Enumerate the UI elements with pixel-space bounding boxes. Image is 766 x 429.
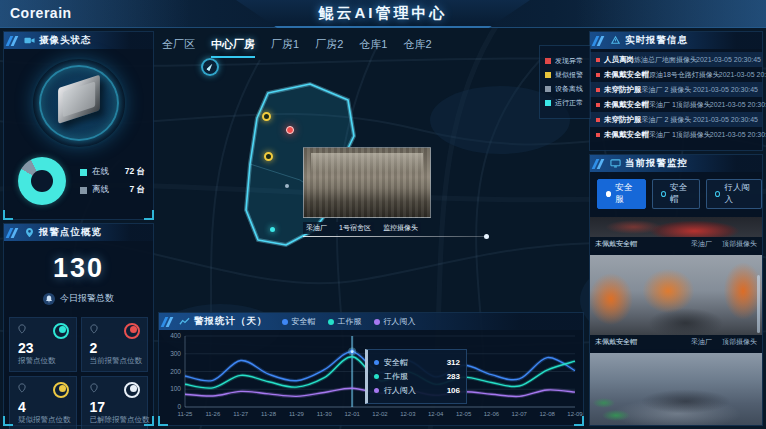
svg-text:11-26: 11-26 (205, 411, 221, 417)
svg-text:11-25: 11-25 (178, 411, 194, 417)
stat-tile-suspected-alarms: 4 疑似报警点位数 (9, 376, 77, 429)
series-dot (374, 319, 380, 325)
filter-intrusion-button[interactable]: 行人闯入 (706, 179, 762, 209)
camera-feed-image (303, 147, 431, 218)
map-marker-suspected[interactable] (262, 112, 271, 121)
alarm-row[interactable]: 未穿防护服 采油厂 2 摄像头 2021-03-05 20:30:45 (590, 82, 762, 97)
svg-text:12-06: 12-06 (484, 411, 500, 417)
offline-color-swatch (80, 187, 87, 194)
panel-title: 实时报警信息 (625, 34, 688, 47)
alert-dot-icon (596, 133, 600, 137)
svg-text:11-29: 11-29 (289, 411, 305, 417)
pin-icon (89, 383, 99, 393)
map-tabs: 全厂区 中心厂房 厂房1 厂房2 仓库1 仓库2 (162, 37, 432, 58)
alert-list-icon (610, 35, 621, 46)
svg-text:100: 100 (170, 385, 181, 392)
camera-card[interactable]: 未佩戴安全帽 采油厂 顶部摄像头 (590, 255, 762, 349)
popup-site: 采油厂 (303, 222, 330, 234)
panel-title-decoration (163, 317, 173, 327)
compass-icon[interactable] (201, 58, 219, 76)
tooltip-dot (374, 360, 379, 365)
alarm-stat-tiles: 23 报警点位数 2 当前报警点位数 4 疑似报警点位数 17 已解除报警点位数 (9, 317, 148, 429)
filter-helmet-button[interactable]: 安全帽 (652, 179, 701, 209)
alarm-row[interactable]: 未佩戴安全帽 采油厂 1 顶部摄像头 2021-03-05 20:30:45 (590, 127, 762, 142)
scrollbar[interactable] (757, 275, 760, 333)
panel-title: 报警点位概览 (39, 226, 102, 239)
realtime-alarms-panel: 实时报警信息 人员离岗 炼油总厂 地面摄像头 2021-03-05 20:30:… (589, 31, 763, 151)
legend-item-normal: 运行正常 (545, 98, 585, 108)
tooltip-dot (374, 388, 379, 393)
alarm-row[interactable]: 未佩戴安全帽 采油厂 1 顶部摄像头 2021-03-05 20:30:45 (590, 97, 762, 112)
panel-title: 警报统计（天） (194, 315, 268, 328)
map-marker-offline[interactable] (285, 184, 289, 188)
svg-text:12-01: 12-01 (344, 411, 360, 417)
legend-swatch-red (545, 58, 551, 64)
alarm-overview-panel: 报警点位概览 130 今日报警总数 23 报警点位数 2 当前报警点位数 (3, 223, 154, 426)
camera-card[interactable]: 未佩戴安全帽 采油厂 顶部摄像头 (590, 353, 762, 426)
svg-text:300: 300 (170, 350, 181, 357)
pin-icon (17, 324, 27, 334)
tab-warehouse-2[interactable]: 仓库2 (403, 37, 431, 58)
series-dot (328, 319, 334, 325)
bell-icon (43, 293, 55, 305)
svg-text:12-03: 12-03 (400, 411, 416, 417)
svg-text:400: 400 (170, 332, 181, 339)
chart-tooltip: 安全帽 312 工作服 283 行人闯入 106 (365, 349, 467, 404)
map-marker-alarm[interactable] (286, 126, 294, 134)
card-alarm-type: 未佩戴安全帽 (595, 239, 637, 249)
alarm-row[interactable]: 未佩戴安全帽 原油18号仓 路灯摄像头 2021-03-05 20:30:45 (590, 67, 762, 82)
filter-safety-suit-button[interactable]: 安全服 (597, 179, 646, 209)
camera-card[interactable]: 未佩戴安全帽 采油厂 顶部摄像头 (590, 217, 762, 251)
legend-helmet: 安全帽 (282, 316, 316, 327)
tab-central-workshop[interactable]: 中心厂房 (211, 37, 255, 58)
stat-ring-icon (124, 323, 140, 339)
alarm-row[interactable]: 人员离岗 炼油总厂 地面摄像头 2021-03-05 20:30:45 (590, 52, 762, 67)
alarm-list: 人员离岗 炼油总厂 地面摄像头 2021-03-05 20:30:45 未佩戴安… (590, 52, 762, 142)
map-camera-popup[interactable]: 采油厂 1号宿舍区 监控摄像头 (303, 147, 431, 234)
stat-tile-current-alarms: 2 当前报警点位数 (81, 317, 149, 372)
panel-title-decoration (594, 36, 604, 46)
dashboard-root: Corerain 鲲云AI管理中心 摄像头状态 在线 72 (0, 0, 766, 429)
chip-visual (4, 49, 153, 153)
map-pin-icon (24, 227, 35, 238)
tab-workshop-1[interactable]: 厂房1 (271, 37, 299, 58)
camera-feed-image (590, 353, 763, 426)
map-marker-suspected[interactable] (264, 152, 273, 161)
filter-dot-icon (606, 191, 611, 197)
card-site: 采油厂 (691, 239, 712, 249)
svg-text:0: 0 (177, 403, 181, 410)
tooltip-dot (374, 374, 379, 379)
chart-title-bar: 警报统计（天） 安全帽 工作服 行人闯入 (159, 313, 583, 330)
tab-warehouse-1[interactable]: 仓库1 (359, 37, 387, 58)
stat-ring-icon (53, 382, 69, 398)
svg-text:12-04: 12-04 (428, 411, 444, 417)
today-alarm-total-label: 今日报警总数 (4, 292, 153, 305)
stat-ring-icon (124, 382, 140, 398)
map-legend: 发现异常 疑似报警 设备离线 运行正常 (539, 45, 591, 119)
camera-cards: 未佩戴安全帽 采油厂 顶部摄像头 未佩戴安全帽 采油厂 顶部摄像头 未佩戴安全帽… (590, 217, 762, 426)
card-alarm-type: 未佩戴安全帽 (595, 337, 637, 347)
alarm-monitor-panel: 当前报警监控 安全服 安全帽 行人闯入 未佩戴安全帽 采油厂 顶 (589, 154, 763, 426)
header-title-banner: 鲲云AI管理中心 (236, 0, 530, 28)
header-decoration-right (576, 0, 766, 28)
tab-workshop-2[interactable]: 厂房2 (315, 37, 343, 58)
camera-icon (24, 35, 35, 46)
panel-title: 摄像头状态 (39, 34, 92, 47)
svg-text:11-28: 11-28 (261, 411, 277, 417)
svg-text:200: 200 (170, 368, 181, 375)
camera-online-donut-chart (18, 157, 66, 205)
alarm-row[interactable]: 未穿防护服 采油厂 2 摄像头 2021-03-05 20:30:45 (590, 112, 762, 127)
legend-intrusion: 行人闯入 (374, 316, 416, 327)
panel-title: 当前报警监控 (625, 157, 688, 170)
alert-dot-icon (596, 103, 600, 107)
legend-swatch-gray (545, 86, 551, 92)
corerain-logo: Corerain (10, 5, 72, 21)
camera-feed-image (590, 217, 763, 237)
alert-dot-icon (596, 118, 600, 122)
legend-online: 在线 72 台 (80, 166, 145, 178)
map-marker-normal[interactable] (270, 227, 275, 232)
alert-dot-icon (596, 88, 600, 92)
tab-whole-plant[interactable]: 全厂区 (162, 37, 195, 58)
camera-feed-image (590, 255, 763, 335)
svg-text:12-02: 12-02 (372, 411, 388, 417)
